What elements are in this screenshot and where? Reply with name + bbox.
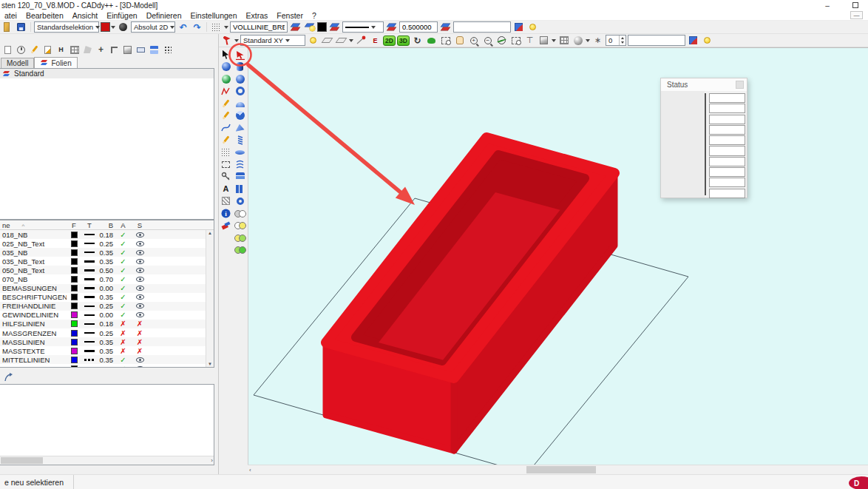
aux-toolbar-input[interactable]: [453, 21, 511, 33]
layer-active-cell[interactable]: ✓✗: [115, 257, 131, 266]
layer-width[interactable]: 0.18: [98, 231, 115, 239]
layer-width[interactable]: 0.25: [98, 302, 115, 310]
extrude-icon[interactable]: [135, 44, 147, 55]
layer-row[interactable]: MASSGRENZEN 0.25 ✓✗ ✗: [0, 328, 214, 337]
layer-color-cell[interactable]: [67, 267, 81, 274]
tree-item[interactable]: Standard: [0, 69, 214, 78]
scroll-right-icon[interactable]: ›: [211, 457, 213, 464]
lasso-icon[interactable]: [220, 159, 232, 171]
render-button[interactable]: [425, 35, 438, 47]
layer-linetype-cell[interactable]: [81, 296, 98, 298]
layer-row[interactable]: 050_NB_Text 0.50 ✓✗ ✗: [0, 266, 214, 274]
line-width-input[interactable]: [399, 21, 438, 33]
layer-color-cell[interactable]: [67, 240, 81, 247]
zoom-out-button[interactable]: −: [481, 35, 494, 47]
doc-edit-icon[interactable]: [41, 44, 54, 55]
layer-active-cell[interactable]: ✓✗: [115, 365, 131, 368]
cube-view-button[interactable]: [538, 35, 550, 47]
layer-active-cell[interactable]: ✓✗: [115, 249, 131, 257]
menu-item[interactable]: Fenster: [272, 11, 308, 20]
layer-width[interactable]: 0.50: [98, 266, 115, 274]
layer-row[interactable]: 035_NB 0.35 ✓✗ ✗: [0, 248, 214, 257]
panel-tab[interactable]: Folien: [34, 57, 77, 68]
table-icon[interactable]: [68, 44, 81, 55]
pan-button[interactable]: [453, 35, 466, 47]
screw-icon[interactable]: [234, 135, 246, 146]
text-a-icon[interactable]: A: [220, 183, 232, 195]
layer-width[interactable]: 0.00: [98, 284, 115, 292]
layer-visible-cell[interactable]: ✗: [131, 259, 149, 264]
snap-star-icon[interactable]: ∗: [591, 35, 604, 47]
scrollbar-thumb[interactable]: [1, 457, 43, 464]
workplane-button[interactable]: [321, 35, 333, 47]
layer-color-cell[interactable]: [67, 330, 81, 337]
light-toggle-button[interactable]: [307, 35, 319, 47]
mdi-minimize-button[interactable]: —: [850, 11, 863, 19]
layer-color-cell[interactable]: [67, 258, 81, 265]
layer-width-button[interactable]: [439, 21, 452, 33]
layer-color-cell[interactable]: [67, 311, 81, 318]
dome-icon[interactable]: [234, 98, 246, 109]
menu-item[interactable]: Einfügen: [102, 11, 141, 20]
status-field[interactable]: [709, 146, 745, 155]
status-field[interactable]: [709, 189, 745, 198]
menu-item[interactable]: Definieren: [142, 11, 186, 20]
coordinate-sphere-icon[interactable]: [117, 21, 129, 33]
layer-visible-cell[interactable]: ✗: [131, 303, 149, 308]
layer-color-cell[interactable]: [67, 294, 81, 300]
layer-color-cell[interactable]: [67, 320, 81, 327]
layer-width[interactable]: 0.35: [98, 347, 115, 355]
raster-button[interactable]: [557, 35, 570, 47]
layer-visible-cell[interactable]: ✗: [131, 338, 149, 346]
layer-linetype-cell[interactable]: [81, 278, 98, 280]
layer-active-cell[interactable]: ✓✗: [115, 320, 131, 328]
layer-linetype-cell[interactable]: [81, 359, 98, 361]
slice-icon[interactable]: [234, 122, 246, 134]
chevron-down-icon[interactable]: [349, 39, 353, 44]
orbit-button[interactable]: [495, 35, 508, 47]
layer-linetype-cell[interactable]: [81, 269, 98, 272]
status-field[interactable]: [709, 135, 745, 145]
undo-button[interactable]: ↶: [177, 21, 189, 33]
active-color-swatch[interactable]: [317, 22, 327, 32]
taskbar-badge[interactable]: D: [849, 476, 868, 489]
workplane-select-button[interactable]: [335, 35, 347, 47]
menu-item[interactable]: Einstellungen: [186, 11, 242, 20]
clock-icon[interactable]: [15, 44, 27, 55]
layer-active-cell[interactable]: ✓✗: [115, 266, 131, 274]
status-field[interactable]: [709, 178, 745, 187]
layer-linetype-cell[interactable]: [81, 306, 98, 308]
layer-row[interactable]: ✓✗ ✗: [0, 364, 214, 368]
layer-linetype-cell[interactable]: [81, 323, 98, 326]
layer-active-cell[interactable]: ✓✗: [115, 293, 131, 301]
status-field[interactable]: [709, 104, 745, 113]
axis-icon[interactable]: +: [95, 44, 107, 55]
bool-mixed-icon[interactable]: [234, 232, 246, 244]
layer-visible-cell[interactable]: ✗: [131, 250, 149, 255]
h-edit-icon[interactable]: H: [55, 44, 67, 55]
endpoint-button[interactable]: E: [369, 35, 382, 47]
view-combo[interactable]: Standard XY: [240, 35, 305, 46]
pencil2-icon[interactable]: [220, 110, 232, 122]
layer-width[interactable]: 0.70: [98, 275, 115, 283]
layer-row[interactable]: BESCHRIFTUNGEN 0.35 ✓✗ ✗: [0, 293, 214, 302]
page-icon[interactable]: [1, 44, 14, 55]
table-scrollbar[interactable]: ▲▼: [206, 230, 214, 367]
sphere-pick-icon[interactable]: [220, 73, 232, 85]
chevron-down-icon[interactable]: [552, 39, 556, 44]
scroll-down-icon[interactable]: ▼: [207, 361, 213, 367]
layer-color-cell[interactable]: [67, 339, 81, 345]
parts-icon[interactable]: [148, 44, 160, 55]
dots-square-icon[interactable]: [220, 146, 232, 158]
status-window-titlebar[interactable]: Status: [661, 78, 747, 91]
layer-visible-cell[interactable]: ✗: [131, 329, 149, 337]
header-name[interactable]: ne^: [0, 221, 67, 229]
menu-item[interactable]: Bearbeiten: [21, 11, 68, 20]
chevron-down-icon[interactable]: [586, 39, 590, 44]
sphere3d-icon[interactable]: [234, 73, 246, 85]
layer-active-cell[interactable]: ✓✗: [115, 302, 131, 310]
maximize-button[interactable]: [847, 1, 864, 10]
layer-active-cell[interactable]: ✓✗: [115, 338, 131, 346]
cylinder-icon[interactable]: [234, 61, 246, 73]
scroll-left-icon[interactable]: ‹: [249, 467, 251, 473]
